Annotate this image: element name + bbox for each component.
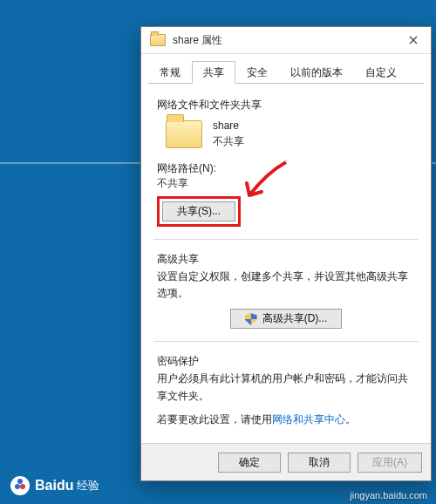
dialog-body: 网络文件和文件夹共享 share 不共享 网络路径(N): 不共享 共享(S).… [141, 84, 431, 446]
password-protection-p2b: 。 [345, 413, 356, 426]
titlebar[interactable]: share 属性 [141, 27, 431, 54]
baidu-name: Baidu [35, 478, 73, 494]
advanced-sharing-button[interactable]: 高级共享(D)... [230, 309, 343, 329]
folder-large-icon [166, 120, 202, 148]
highlight-annotation: 共享(S)... [157, 196, 241, 227]
password-protection-p2a: 若要更改此设置，请使用 [157, 413, 272, 426]
shield-icon [245, 313, 257, 325]
desktop-background: share 属性 常规 共享 安全 以前的版本 自定义 网络文件和文件夹共享 s… [0, 0, 436, 504]
share-button[interactable]: 共享(S)... [162, 201, 235, 221]
properties-dialog: share 属性 常规 共享 安全 以前的版本 自定义 网络文件和文件夹共享 s… [140, 26, 432, 481]
password-protection-heading: 密码保护 [157, 354, 415, 369]
baidu-sub: 经验 [77, 478, 99, 494]
network-path-value: 不共享 [157, 176, 415, 191]
network-sharing-section: 网络文件和文件夹共享 share 不共享 网络路径(N): 不共享 共享(S).… [153, 92, 419, 237]
folder-icon [150, 34, 166, 46]
watermark-url: jingyan.baidu.com [350, 490, 427, 501]
baidu-paw-icon [10, 476, 30, 495]
ok-button[interactable]: 确定 [218, 453, 281, 473]
password-protection-p2: 若要更改此设置，请使用网络和共享中心。 [157, 412, 415, 428]
share-status: 不共享 [213, 134, 244, 149]
cancel-button[interactable]: 取消 [288, 453, 351, 473]
network-sharing-heading: 网络文件和文件夹共享 [157, 98, 415, 112]
apply-button[interactable]: 应用(A) [358, 453, 422, 473]
advanced-sharing-heading: 高级共享 [157, 252, 415, 267]
network-sharing-center-link[interactable]: 网络和共享中心 [272, 413, 345, 426]
advanced-sharing-button-label: 高级共享(D)... [262, 311, 328, 326]
tab-security[interactable]: 安全 [235, 61, 279, 84]
tab-sharing[interactable]: 共享 [192, 61, 235, 84]
password-protection-section: 密码保护 用户必须具有此计算机的用户帐户和密码，才能访问共享文件夹。 若要更改此… [153, 349, 419, 446]
dialog-footer: 确定 取消 应用(A) [141, 443, 431, 480]
network-path-label: 网络路径(N): [157, 161, 415, 176]
tab-strip: 常规 共享 安全 以前的版本 自定义 [141, 54, 431, 84]
window-title: share 属性 [173, 33, 222, 48]
divider [153, 239, 419, 240]
close-icon [409, 36, 418, 44]
share-name: share [213, 119, 244, 132]
advanced-sharing-section: 高级共享 设置自定义权限，创建多个共享，并设置其他高级共享选项。 高级共享(D)… [153, 247, 419, 339]
tab-general[interactable]: 常规 [148, 61, 192, 84]
advanced-sharing-desc: 设置自定义权限，创建多个共享，并设置其他高级共享选项。 [157, 269, 415, 302]
baidu-logo: Baidu 经验 [10, 476, 99, 495]
close-button[interactable] [396, 27, 431, 53]
tab-previous-versions[interactable]: 以前的版本 [279, 61, 354, 84]
divider [153, 341, 419, 342]
tab-custom[interactable]: 自定义 [354, 61, 408, 84]
password-protection-p1: 用户必须具有此计算机的用户帐户和密码，才能访问共享文件夹。 [157, 371, 415, 404]
